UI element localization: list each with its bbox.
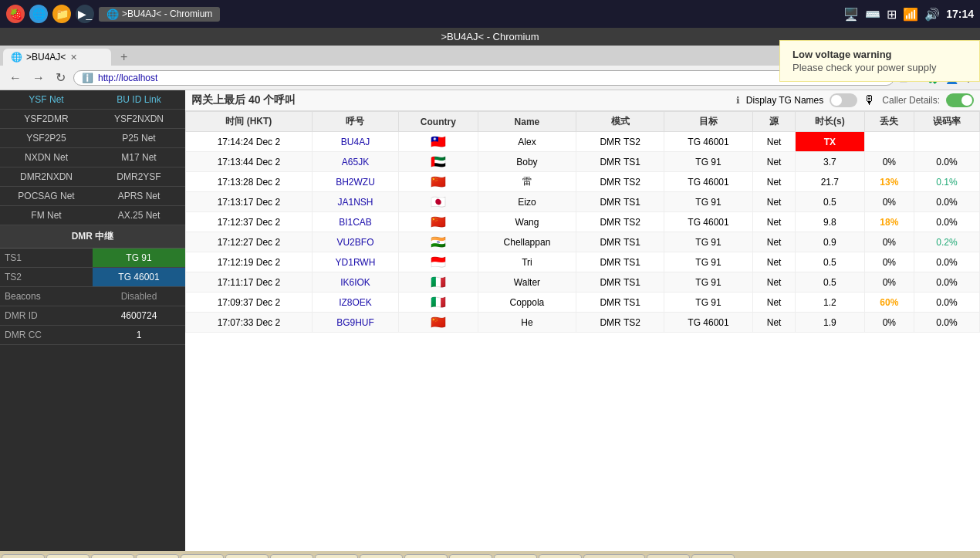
- table-cell: 17:12:37 Dec 2: [186, 212, 313, 232]
- sidebar-row-6: POCSAG Net APRS Net: [0, 187, 185, 206]
- key-5[interactable]: 5: [225, 554, 269, 558]
- key-backspace[interactable]: ⌫: [583, 554, 645, 558]
- table-cell: DMR TS1: [576, 232, 664, 252]
- table-cell: A65JK: [312, 152, 398, 172]
- table-cell: DMR TS2: [576, 172, 664, 192]
- tab-close-button[interactable]: ✕: [70, 52, 77, 63]
- beacons-label: Beacons: [0, 287, 93, 306]
- key-9[interactable]: 9: [404, 554, 448, 558]
- key-4[interactable]: 4: [181, 554, 224, 558]
- sidebar-row-7: FM Net AX.25 Net: [0, 206, 185, 225]
- table-cell: IZ8OEK: [312, 293, 398, 313]
- files-icon[interactable]: 📁: [52, 5, 71, 23]
- sidebar-item-fm-net[interactable]: FM Net: [0, 206, 93, 225]
- sidebar-item-ax25-net[interactable]: AX.25 Net: [93, 206, 185, 225]
- key-6[interactable]: 6: [270, 554, 313, 558]
- key-3[interactable]: 3: [136, 554, 179, 558]
- ts1-value: TG 91: [93, 249, 185, 267]
- sidebar-item-nxdn-net[interactable]: NXDN Net: [0, 148, 93, 167]
- table-cell: TG 91: [664, 272, 752, 293]
- table-cell: 🇮🇩: [399, 252, 478, 272]
- table-cell: IK6IOK: [312, 272, 398, 293]
- display-tg-names-toggle[interactable]: [830, 93, 857, 107]
- table-cell: 17:13:28 Dec 2: [186, 172, 313, 192]
- key-2[interactable]: 2: [91, 554, 134, 558]
- sidebar-item-aprs-net[interactable]: APRS Net: [93, 187, 185, 205]
- key-7[interactable]: 7: [315, 554, 358, 558]
- key-close[interactable]: ✕: [691, 554, 735, 558]
- taskbar-browser-button[interactable]: 🌐 >BU4AJ< - Chromium: [99, 7, 220, 22]
- taskbar-left: 🍓 🌐 📁 ▶_ 🌐 >BU4AJ< - Chromium: [6, 5, 837, 23]
- key-minus[interactable]: -: [494, 554, 537, 558]
- key-equals[interactable]: =: [539, 554, 582, 558]
- table-row: 17:12:19 Dec 2YD1RWH🇮🇩TriDMR TS1TG 91Net…: [186, 252, 980, 272]
- content-header: 网关上最后 40 个呼叫 ℹ Display TG Names 🎙 Caller…: [185, 90, 980, 111]
- table-cell: Boby: [478, 152, 576, 172]
- url-bar[interactable]: ℹ️ http://localhost: [73, 70, 894, 86]
- key-1[interactable]: 1: [46, 554, 90, 558]
- sidebar-item-dmr2ysf[interactable]: DMR2YSF: [93, 167, 185, 186]
- sidebar-item-pocsag-net[interactable]: POCSAG Net: [0, 187, 93, 205]
- sidebar-item-ysf2p25[interactable]: YSF2P25: [0, 129, 93, 147]
- table-cell: 🇨🇳: [399, 212, 478, 232]
- sidebar-row-4: NXDN Net M17 Net: [0, 148, 185, 167]
- table-cell: DMR TS1: [576, 152, 664, 172]
- dmrid-label: DMR ID: [0, 306, 93, 325]
- table-cell: 0%: [864, 252, 914, 272]
- terminal-icon[interactable]: ▶_: [76, 5, 94, 23]
- keyboard-icon: ⌨️: [865, 7, 880, 22]
- key-delete[interactable]: ⊠: [647, 554, 690, 558]
- table-cell: He: [478, 313, 576, 333]
- table-row: 17:12:37 Dec 2BI1CAB🇨🇳WangDMR TS2TG 4600…: [186, 212, 980, 232]
- forward-button[interactable]: →: [29, 69, 48, 86]
- sidebar-item-ysf-net[interactable]: YSF Net: [0, 90, 93, 109]
- table-cell: 0.0%: [914, 152, 979, 172]
- reload-button[interactable]: ↻: [52, 69, 69, 86]
- table-cell: DMR TS2: [576, 132, 664, 152]
- table-cell: 🇨🇳: [399, 172, 478, 192]
- table-cell: Coppola: [478, 293, 576, 313]
- key-8[interactable]: 8: [360, 554, 403, 558]
- table-cell: 🇨🇳: [399, 313, 478, 333]
- notification-popup: Low voltage warning Please check your po…: [779, 40, 980, 82]
- table-cell: Net: [753, 313, 796, 333]
- table-cell: Tri: [478, 252, 576, 272]
- sidebar-item-m17-net[interactable]: M17 Net: [93, 148, 185, 167]
- table-cell: TG 91: [664, 232, 752, 252]
- back-button[interactable]: ←: [6, 69, 25, 86]
- table-row: 17:09:37 Dec 2IZ8OEK🇮🇹CoppolaDMR TS1TG 9…: [186, 293, 980, 313]
- col-target: 目标: [664, 112, 752, 132]
- table-cell: Net: [753, 152, 796, 172]
- table-cell: 0.0%: [914, 212, 979, 232]
- new-tab-button[interactable]: +: [114, 49, 133, 66]
- table-cell: TX: [796, 132, 865, 152]
- table-row: 17:13:28 Dec 2BH2WZU🇨🇳雷DMR TS2TG 46001Ne…: [186, 172, 980, 192]
- browser-icon[interactable]: 🌐: [29, 5, 48, 23]
- key-0[interactable]: 0: [449, 554, 492, 558]
- sidebar-item-ysf2nxdn[interactable]: YSF2NXDN: [93, 110, 185, 128]
- tab-title: >BU4AJ<: [26, 52, 66, 63]
- table-cell: 17:12:27 Dec 2: [186, 232, 313, 252]
- table-cell: 0.2%: [914, 232, 979, 252]
- sidebar: YSF Net BU ID Link YSF2DMR YSF2NXDN YSF2…: [0, 90, 185, 551]
- sidebar-item-dmr2nxdn[interactable]: DMR2NXDN: [0, 167, 93, 186]
- start-menu-icon[interactable]: 🍓: [6, 5, 25, 23]
- table-cell: DMR TS2: [576, 313, 664, 333]
- table-cell: 1.2: [796, 293, 865, 313]
- key-backtick[interactable]: `: [2, 554, 45, 558]
- table-cell: 🇮🇳: [399, 232, 478, 252]
- table-cell: TG 91: [664, 252, 752, 272]
- sidebar-item-ysf2dmr[interactable]: YSF2DMR: [0, 110, 93, 128]
- browser-tab-active[interactable]: 🌐 >BU4AJ< ✕: [3, 49, 111, 66]
- table-row: 17:11:17 Dec 2IK6IOK🇮🇹WalterDMR TS1TG 91…: [186, 272, 980, 293]
- caller-details-toggle[interactable]: [946, 93, 974, 107]
- on-screen-keyboard: ` 1 2 3 4 5 6 7 8 9 0 - = ⌫ ⊠ ✕ →| q w e…: [0, 551, 980, 558]
- col-mode: 模式: [576, 112, 664, 132]
- table-cell: 0%: [864, 192, 914, 212]
- sidebar-item-bu-id-link[interactable]: BU ID Link: [93, 90, 185, 109]
- table-cell: 🇯🇵: [399, 192, 478, 212]
- sidebar-row-2: YSF2DMR YSF2NXDN: [0, 110, 185, 129]
- table-cell: TG 91: [664, 152, 752, 172]
- table-cell: Alex: [478, 132, 576, 152]
- sidebar-item-p25net[interactable]: P25 Net: [93, 129, 185, 147]
